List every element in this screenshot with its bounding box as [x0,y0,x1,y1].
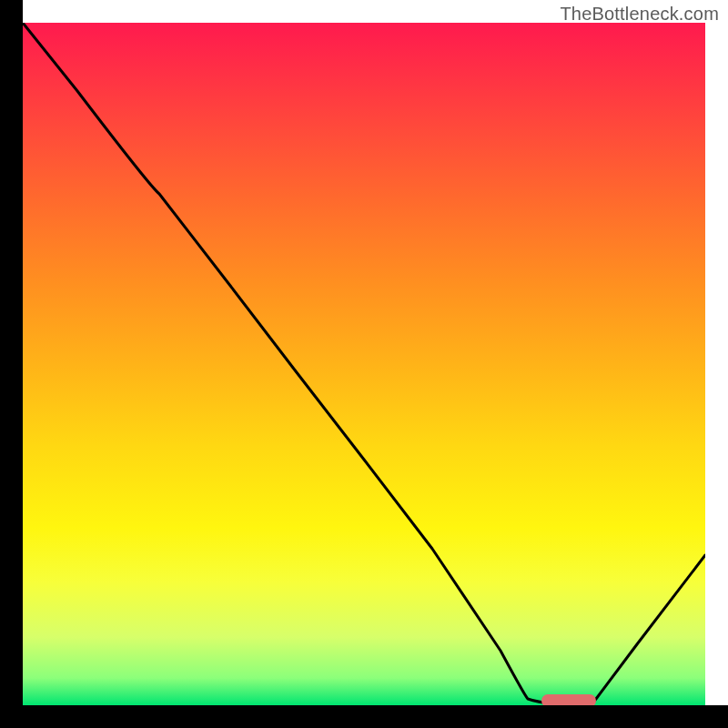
curve-path [23,23,705,705]
bottleneck-curve [23,23,705,705]
y-axis [0,0,23,728]
x-axis [0,705,728,728]
plot-frame [23,23,705,705]
watermark-label: TheBottleneck.com [560,4,719,25]
chart-canvas: TheBottleneck.com [0,0,728,728]
